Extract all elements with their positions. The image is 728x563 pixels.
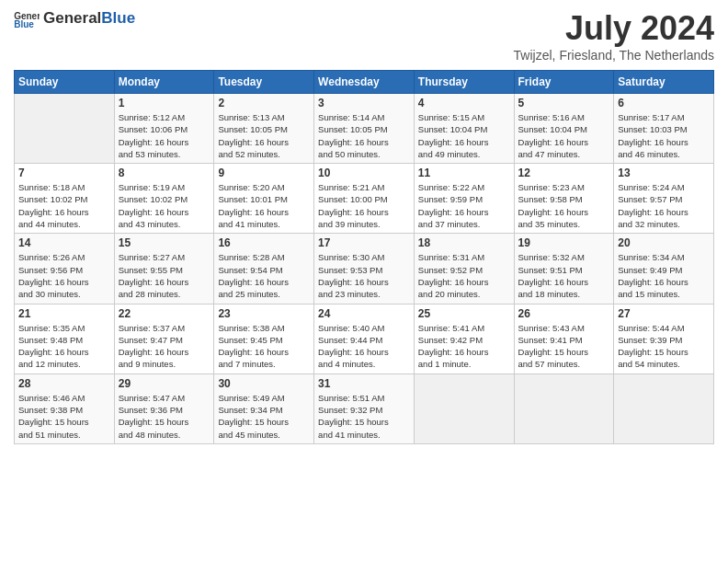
- day-number: 31: [318, 377, 410, 390]
- day-info: Sunrise: 5:24 AM Sunset: 9:57 PM Dayligh…: [618, 181, 710, 230]
- day-info: Sunrise: 5:34 AM Sunset: 9:49 PM Dayligh…: [618, 251, 710, 300]
- calendar-week-3: 14Sunrise: 5:26 AM Sunset: 9:56 PM Dayli…: [15, 234, 714, 304]
- weekday-header-thursday: Thursday: [414, 71, 514, 94]
- calendar-cell: 10Sunrise: 5:21 AM Sunset: 10:00 PM Dayl…: [314, 164, 415, 234]
- calendar-cell: 16Sunrise: 5:28 AM Sunset: 9:54 PM Dayli…: [214, 234, 314, 304]
- calendar-cell: 11Sunrise: 5:22 AM Sunset: 9:59 PM Dayli…: [414, 164, 514, 234]
- calendar-cell: 7Sunrise: 5:18 AM Sunset: 10:02 PM Dayli…: [15, 164, 115, 234]
- calendar-cell: 21Sunrise: 5:35 AM Sunset: 9:48 PM Dayli…: [15, 304, 115, 373]
- day-number: 8: [119, 167, 210, 179]
- day-info: Sunrise: 5:27 AM Sunset: 9:55 PM Dayligh…: [119, 251, 210, 300]
- day-number: 25: [418, 307, 510, 320]
- day-info: Sunrise: 5:37 AM Sunset: 9:47 PM Dayligh…: [119, 322, 210, 371]
- day-info: Sunrise: 5:43 AM Sunset: 9:41 PM Dayligh…: [518, 322, 610, 371]
- calendar-cell: 14Sunrise: 5:26 AM Sunset: 9:56 PM Dayli…: [15, 234, 115, 304]
- day-number: 26: [518, 307, 610, 320]
- day-info: Sunrise: 5:19 AM Sunset: 10:02 PM Daylig…: [119, 181, 210, 230]
- logo-icon: General Blue: [14, 9, 40, 28]
- day-info: Sunrise: 5:35 AM Sunset: 9:48 PM Dayligh…: [18, 322, 110, 371]
- calendar-cell: 30Sunrise: 5:49 AM Sunset: 9:34 PM Dayli…: [214, 373, 314, 443]
- day-number: 16: [218, 236, 310, 249]
- day-number: 15: [119, 236, 210, 249]
- day-info: Sunrise: 5:23 AM Sunset: 9:58 PM Dayligh…: [518, 181, 610, 230]
- day-info: Sunrise: 5:32 AM Sunset: 9:51 PM Dayligh…: [518, 251, 610, 300]
- logo: General Blue GeneralBlue: [14, 9, 135, 28]
- title-area: July 2024 Twijzel, Friesland, The Nether…: [514, 9, 714, 63]
- day-info: Sunrise: 5:17 AM Sunset: 10:03 PM Daylig…: [618, 111, 710, 160]
- day-number: 14: [18, 236, 110, 249]
- calendar-cell: 19Sunrise: 5:32 AM Sunset: 9:51 PM Dayli…: [514, 234, 614, 304]
- day-info: Sunrise: 5:15 AM Sunset: 10:04 PM Daylig…: [418, 111, 510, 160]
- calendar-cell: 27Sunrise: 5:44 AM Sunset: 9:39 PM Dayli…: [614, 304, 714, 373]
- calendar-cell: 12Sunrise: 5:23 AM Sunset: 9:58 PM Dayli…: [514, 164, 614, 234]
- weekday-header-sunday: Sunday: [15, 71, 115, 94]
- page-header: General Blue GeneralBlue July 2024 Twijz…: [14, 9, 714, 63]
- day-info: Sunrise: 5:13 AM Sunset: 10:05 PM Daylig…: [218, 111, 310, 160]
- day-info: Sunrise: 5:49 AM Sunset: 9:34 PM Dayligh…: [218, 392, 310, 441]
- day-number: 27: [618, 307, 710, 320]
- day-number: 12: [518, 167, 610, 179]
- calendar-cell: 25Sunrise: 5:41 AM Sunset: 9:42 PM Dayli…: [414, 304, 514, 373]
- day-info: Sunrise: 5:30 AM Sunset: 9:53 PM Dayligh…: [318, 251, 410, 300]
- calendar-cell: 18Sunrise: 5:31 AM Sunset: 9:52 PM Dayli…: [414, 234, 514, 304]
- calendar-cell: 1Sunrise: 5:12 AM Sunset: 10:06 PM Dayli…: [114, 94, 214, 164]
- day-number: 5: [518, 97, 610, 109]
- day-info: Sunrise: 5:18 AM Sunset: 10:02 PM Daylig…: [18, 181, 110, 230]
- calendar-cell: 29Sunrise: 5:47 AM Sunset: 9:36 PM Dayli…: [114, 373, 214, 443]
- day-number: 30: [218, 377, 310, 390]
- day-info: Sunrise: 5:38 AM Sunset: 9:45 PM Dayligh…: [218, 322, 310, 371]
- weekday-header-friday: Friday: [514, 71, 614, 94]
- day-info: Sunrise: 5:44 AM Sunset: 9:39 PM Dayligh…: [618, 322, 710, 371]
- calendar-cell: 4Sunrise: 5:15 AM Sunset: 10:04 PM Dayli…: [414, 94, 514, 164]
- day-number: 23: [218, 307, 310, 320]
- calendar-cell: [514, 373, 614, 443]
- day-number: 13: [618, 167, 710, 179]
- day-number: 17: [318, 236, 410, 249]
- calendar-cell: 28Sunrise: 5:46 AM Sunset: 9:38 PM Dayli…: [15, 373, 115, 443]
- calendar-cell: 15Sunrise: 5:27 AM Sunset: 9:55 PM Dayli…: [114, 234, 214, 304]
- calendar-cell: 17Sunrise: 5:30 AM Sunset: 9:53 PM Dayli…: [314, 234, 415, 304]
- calendar-cell: 26Sunrise: 5:43 AM Sunset: 9:41 PM Dayli…: [514, 304, 614, 373]
- day-info: Sunrise: 5:21 AM Sunset: 10:00 PM Daylig…: [318, 181, 410, 230]
- calendar-week-2: 7Sunrise: 5:18 AM Sunset: 10:02 PM Dayli…: [15, 164, 714, 234]
- day-number: 7: [18, 167, 110, 179]
- calendar-cell: 22Sunrise: 5:37 AM Sunset: 9:47 PM Dayli…: [114, 304, 214, 373]
- calendar-cell: 9Sunrise: 5:20 AM Sunset: 10:01 PM Dayli…: [214, 164, 314, 234]
- day-info: Sunrise: 5:12 AM Sunset: 10:06 PM Daylig…: [119, 111, 210, 160]
- weekday-header-saturday: Saturday: [614, 71, 714, 94]
- day-number: 21: [18, 307, 110, 320]
- calendar-cell: 13Sunrise: 5:24 AM Sunset: 9:57 PM Dayli…: [614, 164, 714, 234]
- day-info: Sunrise: 5:51 AM Sunset: 9:32 PM Dayligh…: [318, 392, 410, 441]
- day-number: 22: [119, 307, 210, 320]
- day-info: Sunrise: 5:31 AM Sunset: 9:52 PM Dayligh…: [418, 251, 510, 300]
- calendar-cell: [15, 94, 115, 164]
- day-number: 4: [418, 97, 510, 109]
- day-number: 9: [218, 167, 310, 179]
- month-year: July 2024: [514, 9, 714, 48]
- calendar-week-4: 21Sunrise: 5:35 AM Sunset: 9:48 PM Dayli…: [15, 304, 714, 373]
- day-number: 11: [418, 167, 510, 179]
- calendar-cell: 3Sunrise: 5:14 AM Sunset: 10:05 PM Dayli…: [314, 94, 415, 164]
- calendar-cell: 23Sunrise: 5:38 AM Sunset: 9:45 PM Dayli…: [214, 304, 314, 373]
- day-info: Sunrise: 5:46 AM Sunset: 9:38 PM Dayligh…: [18, 392, 110, 441]
- location: Twijzel, Friesland, The Netherlands: [514, 48, 714, 63]
- day-number: 29: [119, 377, 210, 390]
- day-info: Sunrise: 5:26 AM Sunset: 9:56 PM Dayligh…: [18, 251, 110, 300]
- day-number: 1: [119, 97, 210, 109]
- svg-text:Blue: Blue: [14, 19, 34, 28]
- day-number: 28: [18, 377, 110, 390]
- weekday-header-tuesday: Tuesday: [214, 71, 314, 94]
- day-number: 3: [318, 97, 410, 109]
- logo-blue: Blue: [101, 9, 135, 27]
- day-number: 6: [618, 97, 710, 109]
- calendar-cell: 20Sunrise: 5:34 AM Sunset: 9:49 PM Dayli…: [614, 234, 714, 304]
- day-info: Sunrise: 5:40 AM Sunset: 9:44 PM Dayligh…: [318, 322, 410, 371]
- day-info: Sunrise: 5:22 AM Sunset: 9:59 PM Dayligh…: [418, 181, 510, 230]
- calendar-cell: 2Sunrise: 5:13 AM Sunset: 10:05 PM Dayli…: [214, 94, 314, 164]
- calendar-table: SundayMondayTuesdayWednesdayThursdayFrid…: [14, 70, 714, 444]
- day-number: 10: [318, 167, 410, 179]
- calendar-cell: 5Sunrise: 5:16 AM Sunset: 10:04 PM Dayli…: [514, 94, 614, 164]
- calendar-week-1: 1Sunrise: 5:12 AM Sunset: 10:06 PM Dayli…: [15, 94, 714, 164]
- calendar-cell: 24Sunrise: 5:40 AM Sunset: 9:44 PM Dayli…: [314, 304, 415, 373]
- day-number: 18: [418, 236, 510, 249]
